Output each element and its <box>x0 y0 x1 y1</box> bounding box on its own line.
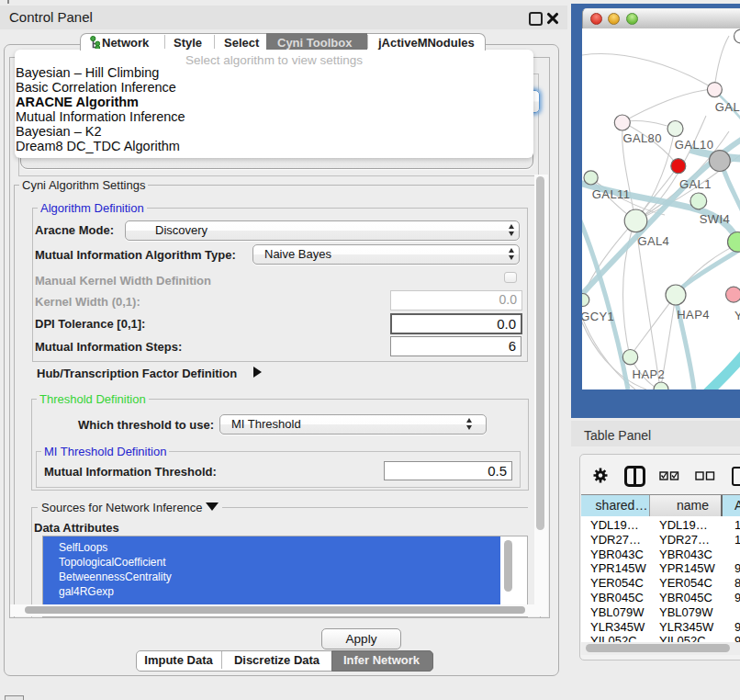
svg-text:GAL: GAL <box>715 100 740 114</box>
svg-text:GCY1: GCY1 <box>582 310 614 323</box>
svg-text:HAP2: HAP2 <box>633 367 666 381</box>
svg-text:Y: Y <box>734 309 740 322</box>
svg-text:HAP4: HAP4 <box>677 308 710 322</box>
svg-text:GAL11: GAL11 <box>592 187 631 201</box>
svg-text:GAL80: GAL80 <box>622 131 661 145</box>
svg-text:GAL1: GAL1 <box>679 177 712 191</box>
svg-text:SWI4: SWI4 <box>700 212 730 226</box>
svg-text:GAL4: GAL4 <box>637 234 669 248</box>
svg-text:GAL10: GAL10 <box>675 138 713 152</box>
